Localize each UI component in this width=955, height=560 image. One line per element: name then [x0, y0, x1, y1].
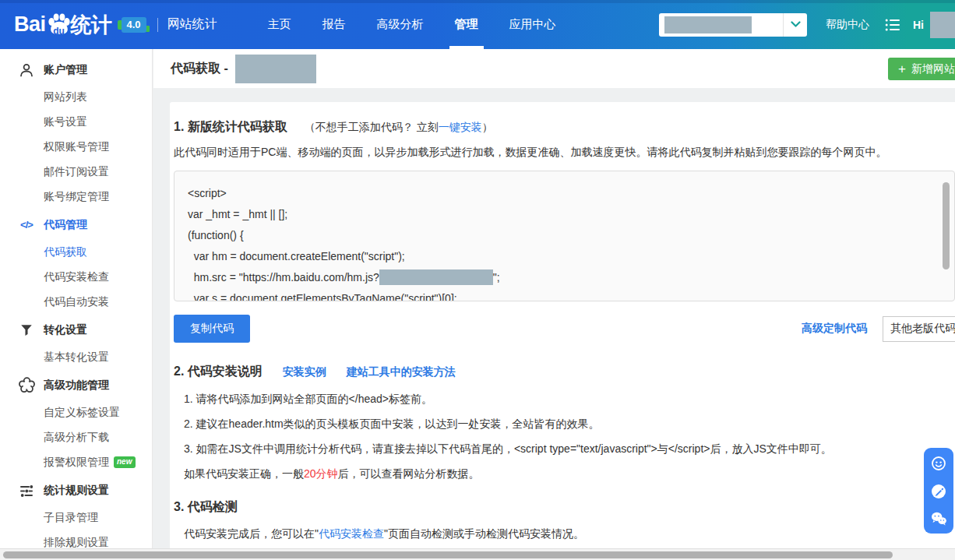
redacted-tracking-id [379, 269, 493, 285]
section1-hint: （不想手工添加代码？ 立刻一键安装） [305, 121, 493, 135]
sidebar-item-email-subscription[interactable]: 邮件订阅设置 [0, 159, 152, 184]
new-badge: new [114, 456, 136, 468]
code-install-check-link[interactable]: 代码安装检查 [319, 527, 384, 540]
section3-text: 代码安装完成后，您可以在"代码安装检查"页面自动检测或手动检测代码安装情况。 [174, 527, 955, 541]
page-header: 代码获取 - + 新增网站 [153, 49, 955, 88]
sidebar-section-advanced-features[interactable]: 高级功能管理 [0, 371, 152, 400]
user-icon [18, 62, 35, 78]
section1-heading: 1. 新版统计代码获取 [174, 119, 287, 136]
install-step-1: 1. 请将代码添加到网站全部页面的</head>标签前。 [184, 393, 955, 404]
sidebar-item-permission-accounts[interactable]: 权限账号管理 [0, 134, 152, 159]
code-line: (function() { [188, 225, 954, 246]
content-area: 1. 新版统计代码获取 （不想手工添加代码？ 立刻一键安装） 此代码同时适用于P… [153, 88, 955, 560]
sliders-icon [18, 483, 35, 498]
sidebar-section-account-management[interactable]: 账户管理 [0, 55, 152, 84]
nav-manage[interactable]: 管理 [439, 0, 494, 49]
nav-report[interactable]: 报告 [307, 0, 361, 49]
nav-advanced-analysis[interactable]: 高级分析 [361, 0, 439, 49]
code-line: var _hmt = _hmt || []; [188, 204, 954, 225]
nav-app-center[interactable]: 应用中心 [494, 0, 572, 49]
sidebar-item-code-acquisition[interactable]: 代码获取 [0, 239, 152, 264]
list-menu-icon[interactable] [885, 18, 900, 32]
sidebar-section-statistics-rules[interactable]: 统计规则设置 [0, 476, 152, 505]
site-selector-dropdown[interactable] [659, 13, 807, 37]
wechat-icon[interactable] [930, 511, 948, 527]
tracking-code-block[interactable]: <script> var _hmt = _hmt || []; (functio… [174, 171, 955, 301]
feedback-pencil-icon[interactable] [930, 483, 947, 500]
install-step-2: 2. 建议在header.htm类似的页头模板页面中安装，以达到一处安装，全站皆… [184, 418, 955, 429]
flower-icon [18, 377, 35, 393]
horizontal-scrollbar[interactable] [0, 548, 955, 560]
code-line: var hm = document.createElement("script"… [188, 246, 954, 267]
chevron-down-icon[interactable] [784, 21, 807, 28]
sidebar-item-site-list[interactable]: 网站列表 [0, 84, 152, 109]
redacted-username[interactable] [930, 12, 955, 38]
redacted-site-name [664, 16, 752, 33]
funnel-icon [18, 323, 35, 337]
main-navigation: 主页 报告 高级分析 管理 应用中心 [252, 0, 572, 49]
code-line: <script> [188, 183, 954, 204]
section3-heading: 3. 代码检测 [174, 500, 238, 513]
add-site-button[interactable]: + 新增网站 [888, 58, 955, 80]
version-badge: 4.0 [122, 17, 146, 33]
legacy-code-select[interactable]: 其他老版代码 [883, 316, 955, 342]
topbar-right-cluster: 帮助中心 Hi [659, 0, 955, 49]
user-greeting: Hi [913, 19, 924, 31]
logo-divider [157, 18, 158, 32]
logo-text-bai: Bai [14, 12, 46, 37]
sidebar-item-custom-tags[interactable]: 自定义标签设置 [0, 400, 152, 424]
install-step-3: 3. 如需在JS文件中调用统计分析代码，请直接去掉以下代码首尾的，<script… [184, 443, 955, 454]
code-icon: </> [18, 219, 35, 231]
code-line: var s = document.getElementsByTagName("s… [188, 288, 954, 301]
sidebar-item-subdirectory-management[interactable]: 子目录管理 [0, 505, 152, 530]
advanced-custom-code-link[interactable]: 高级定制代码 [802, 322, 867, 336]
logo-text-tongji: 统计 [71, 11, 112, 39]
sidebar-section-conversion-settings[interactable]: 转化设置 [0, 315, 152, 344]
sidebar-item-code-auto-install[interactable]: 代码自动安装 [0, 289, 152, 314]
page-title: 代码获取 - [171, 55, 316, 83]
logo-text-du: du [53, 26, 65, 37]
customer-service-icon[interactable] [930, 455, 947, 472]
site-builder-install-link[interactable]: 建站工具中的安装方法 [347, 365, 456, 379]
plus-icon: + [898, 62, 906, 77]
time-highlight: 20分钟 [304, 467, 338, 480]
code-acquisition-card: 1. 新版统计代码获取 （不想手工添加代码？ 立刻一键安装） 此代码同时适用于P… [170, 102, 955, 560]
install-example-link[interactable]: 安装实例 [283, 365, 326, 379]
top-navigation-bar: Bai du 统计 4.0 网站统计 [0, 0, 955, 49]
baidu-paw-icon: du [45, 11, 73, 39]
sidebar-item-advanced-download[interactable]: 高级分析下载 [0, 424, 152, 449]
nav-home[interactable]: 主页 [252, 0, 307, 49]
sidebar-item-code-install-check[interactable]: 代码安装检查 [0, 264, 152, 289]
app-window: Bai du 统计 4.0 网站统计 [0, 0, 955, 560]
sidebar-item-account-settings[interactable]: 账号设置 [0, 109, 152, 134]
sidebar-item-basic-conversion[interactable]: 基本转化设置 [0, 344, 152, 369]
redacted-site-name [235, 55, 316, 83]
sidebar-item-account-binding[interactable]: 账号绑定管理 [0, 184, 152, 209]
sidebar-item-alert-permission[interactable]: 报警权限管理new [0, 449, 152, 474]
baidu-tongji-logo[interactable]: Bai du 统计 4.0 网站统计 [14, 11, 217, 39]
install-note: 如果代码安装正确，一般20分钟后，可以查看网站分析数据。 [184, 468, 955, 479]
help-center-link[interactable]: 帮助中心 [826, 18, 869, 32]
horizontal-scrollbar-thumb[interactable] [3, 551, 893, 558]
product-name: 网站统计 [167, 16, 217, 33]
floating-help-panel [924, 448, 953, 534]
section2-heading: 2. 代码安装说明 [174, 364, 263, 380]
section1-description: 此代码同时适用于PC端、移动端的页面，以异步加载形式进行加载，数据更准确、加载速… [174, 146, 955, 160]
code-line: hm.src = "https://hm.baidu.com/hm.js?"; [188, 267, 954, 288]
sidebar: 账户管理 网站列表 账号设置 权限账号管理 邮件订阅设置 账号绑定管理 </> … [0, 49, 153, 560]
sidebar-section-code-management[interactable]: </> 代码管理 [0, 210, 152, 239]
code-vertical-scrollbar[interactable] [943, 182, 950, 269]
copy-code-button[interactable]: 复制代码 [174, 315, 250, 343]
one-click-install-link[interactable]: 一键安装 [439, 121, 482, 133]
